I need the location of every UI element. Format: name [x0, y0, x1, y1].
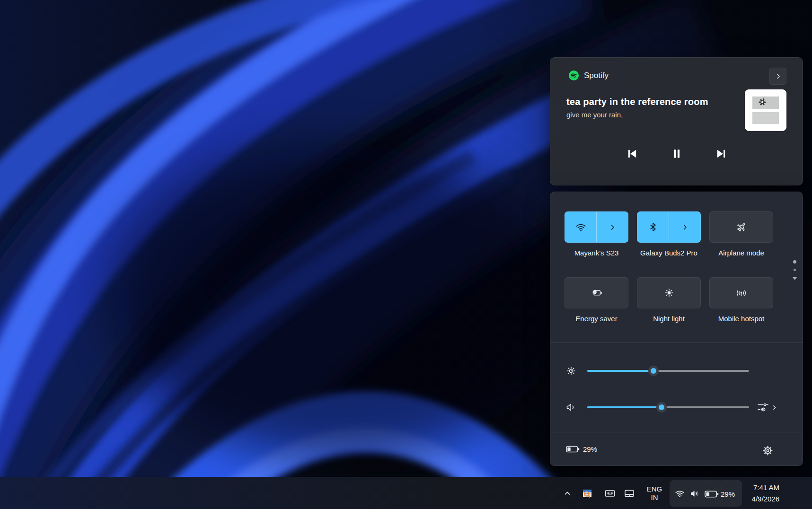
wifi-tile: [565, 211, 628, 243]
tray-battery-percent: 29%: [721, 490, 735, 498]
brightness-slider[interactable]: [587, 370, 749, 372]
bluetooth-icon: [648, 222, 658, 232]
divider: [550, 342, 803, 343]
airplane-tile-label: Airplane mode: [718, 249, 764, 257]
desktop-screen: { "media_card": { "app_name": "Spotify",…: [0, 0, 812, 509]
brightness-slider-fill: [587, 370, 653, 372]
touch-keyboard-button[interactable]: [603, 487, 617, 500]
battery-percent-label: 29%: [583, 445, 597, 453]
media-header: Spotify: [568, 70, 609, 81]
language-line1: ENG: [647, 485, 662, 493]
battery-icon: [566, 445, 580, 453]
airplane-icon: [736, 221, 747, 233]
bluetooth-expand-button[interactable]: [669, 212, 700, 242]
energy-saver-icon: [591, 287, 603, 299]
mobile-hotspot-button[interactable]: [709, 277, 773, 308]
previous-track-icon: [626, 147, 639, 160]
quick-settings-tiles: Mayank's S23 Galaxy Buds2 Pro: [565, 211, 773, 323]
album-art-thumbnail: [745, 89, 786, 131]
battery-status[interactable]: 29%: [566, 445, 597, 453]
show-hidden-icons-button[interactable]: [561, 487, 574, 500]
language-switcher[interactable]: ENG IN: [642, 482, 667, 505]
media-flyout: Spotify tea party in the reference room …: [550, 57, 803, 185]
pause-button[interactable]: [670, 147, 684, 161]
network-wifi-icon: [675, 489, 685, 499]
page-dot-current: [793, 260, 796, 263]
chevron-right-icon: [775, 73, 782, 80]
media-controls: [550, 147, 803, 161]
previous-track-button[interactable]: [625, 147, 639, 161]
pause-icon: [670, 147, 683, 160]
mobile-hotspot-icon: [735, 287, 747, 299]
spotify-logo-icon: [568, 70, 579, 81]
media-track-artist: give me your rain,: [566, 111, 737, 119]
clock-date: 4/9/2026: [752, 493, 779, 505]
night-light-tile-cell: Night light: [637, 277, 701, 323]
energy-saver-button[interactable]: [565, 277, 628, 308]
chevron-right-icon: [771, 404, 777, 411]
airplane-mode-button[interactable]: [709, 211, 773, 243]
brightness-slider-thumb[interactable]: [648, 366, 659, 376]
clock-time: 7:41 AM: [752, 482, 779, 493]
system-tray-quick-settings-button[interactable]: 29%: [670, 480, 742, 507]
wifi-expand-button[interactable]: [597, 212, 628, 242]
volume-icon: [565, 402, 577, 413]
album-art-image: [745, 89, 786, 131]
mobile-hotspot-tile-cell: Mobile hotspot: [709, 277, 773, 323]
settings-gear-button[interactable]: [762, 445, 773, 456]
next-track-button[interactable]: [714, 147, 728, 161]
brightness-icon: [565, 365, 577, 377]
page-dot: [794, 269, 796, 271]
language-line2: IN: [651, 493, 658, 502]
media-expand-button[interactable]: [769, 68, 786, 85]
volume-slider-thumb[interactable]: [656, 402, 667, 412]
touchpad-icon: [623, 488, 635, 499]
chevron-up-icon: [563, 489, 572, 498]
media-track-title: tea party in the reference room: [566, 97, 737, 107]
airplane-tile-cell: Airplane mode: [709, 211, 773, 257]
mobile-hotspot-tile-label: Mobile hotspot: [718, 315, 765, 323]
media-app-name: Spotify: [584, 71, 609, 80]
night-light-tile-label: Night light: [653, 315, 685, 323]
bluetooth-toggle-button[interactable]: [637, 212, 669, 242]
wifi-tile-label: Mayank's S23: [574, 249, 619, 257]
wifi-toggle-button[interactable]: [565, 212, 596, 242]
clock-and-date[interactable]: 7:41 AM 4/9/2026: [752, 482, 779, 505]
volume-slider[interactable]: [587, 406, 749, 408]
wifi-tile-cell: Mayank's S23: [565, 211, 628, 257]
chevron-right-icon: [681, 224, 688, 231]
gear-icon: [762, 445, 773, 456]
volume-slider-fill: [587, 406, 662, 408]
bluetooth-tile: [637, 211, 701, 243]
night-light-icon: [663, 287, 675, 298]
quick-settings-panel: Mayank's S23 Galaxy Buds2 Pro: [550, 192, 803, 466]
energy-saver-tile-label: Energy saver: [575, 315, 617, 323]
night-light-button[interactable]: [637, 277, 701, 308]
wifi-icon: [575, 222, 586, 233]
divider: [550, 432, 803, 432]
brightness-row: [550, 365, 803, 377]
energy-saver-tile-cell: Energy saver: [565, 277, 628, 323]
taskbar: ENG IN 29% 7:41 AM 4/9/2026: [0, 477, 812, 509]
chevron-right-icon: [609, 224, 616, 231]
tray-search-app-icon[interactable]: [581, 487, 593, 500]
volume-mixer-icon: [757, 402, 769, 413]
quick-settings-footer: 29%: [550, 434, 803, 466]
page-down-arrow-icon[interactable]: [792, 276, 798, 281]
battery-icon: [705, 490, 719, 498]
speaker-icon: [689, 488, 700, 499]
touchpad-button[interactable]: [623, 487, 636, 500]
sound-output-button[interactable]: [754, 400, 780, 415]
keyboard-icon: [604, 488, 616, 499]
next-track-icon: [715, 147, 728, 160]
bluetooth-tile-label: Galaxy Buds2 Pro: [640, 249, 697, 257]
search-window-icon: [582, 488, 593, 499]
quick-settings-page-indicator: [791, 260, 798, 281]
volume-row: [550, 402, 803, 413]
bluetooth-tile-cell: Galaxy Buds2 Pro: [637, 211, 701, 257]
